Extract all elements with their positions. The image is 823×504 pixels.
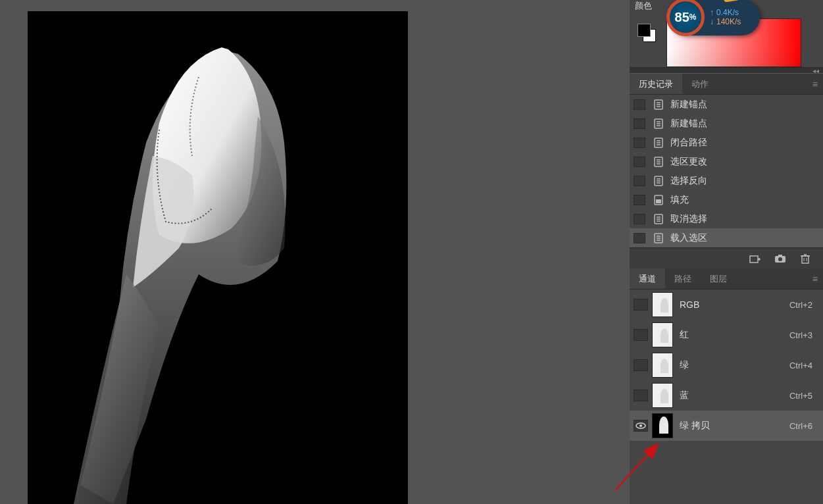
new-snapshot-icon[interactable] xyxy=(749,253,761,264)
canvas[interactable] xyxy=(28,11,408,504)
channel-label: 蓝 xyxy=(680,390,689,401)
visibility-toggle[interactable] xyxy=(634,420,648,432)
camera-icon[interactable] xyxy=(774,253,786,264)
channel-thumbnail xyxy=(652,413,673,438)
svg-rect-21 xyxy=(656,199,661,203)
channel-thumbnail xyxy=(652,322,673,347)
canvas-content xyxy=(28,11,408,504)
upload-speed: 0.4K/s xyxy=(710,8,741,17)
svg-point-34 xyxy=(778,257,782,261)
history-item-label: 载入选区 xyxy=(670,232,707,244)
channel-shortcut: Ctrl+2 xyxy=(789,300,812,310)
document-icon xyxy=(653,214,664,224)
history-panel: 历史记录 动作 ≡ 新建锚点 新建锚点 闭合路径 xyxy=(630,74,823,268)
visibility-toggle[interactable] xyxy=(634,329,648,341)
channel-thumbnail xyxy=(652,383,673,408)
channel-label: 绿 拷贝 xyxy=(680,420,710,432)
document-icon xyxy=(653,157,664,167)
svg-rect-36 xyxy=(802,256,809,263)
download-speed: 140K/s xyxy=(710,17,741,26)
channel-shortcut: Ctrl+5 xyxy=(789,391,812,401)
history-toggle[interactable] xyxy=(634,233,645,243)
svg-rect-30 xyxy=(750,256,758,263)
history-item[interactable]: 选区更改 xyxy=(630,152,823,171)
channel-thumbnail xyxy=(652,353,673,378)
channel-label: 绿 xyxy=(680,359,689,371)
speed-percent-circle: 85% xyxy=(666,0,705,36)
panel-collapse-bar[interactable]: ◂◂ xyxy=(630,67,823,74)
visibility-toggle[interactable] xyxy=(634,390,648,401)
history-item[interactable]: 取消选择 xyxy=(630,209,823,228)
history-item-label: 新建锚点 xyxy=(670,99,707,111)
history-item-label: 取消选择 xyxy=(670,213,707,225)
foreground-color-swatch[interactable] xyxy=(637,24,651,37)
channel-item-green[interactable]: 绿 Ctrl+4 xyxy=(630,350,823,380)
channel-item-green-copy[interactable]: 绿 拷贝 Ctrl+6 xyxy=(630,411,823,441)
fill-icon xyxy=(653,195,664,205)
document-icon xyxy=(653,118,664,129)
channel-label: 红 xyxy=(680,329,689,341)
tab-paths[interactable]: 路径 xyxy=(665,268,701,289)
history-panel-footer xyxy=(630,247,823,268)
document-icon xyxy=(653,138,664,148)
channel-item-rgb[interactable]: RGB Ctrl+2 xyxy=(630,290,823,320)
channel-label: RGB xyxy=(680,299,699,310)
document-icon xyxy=(653,99,664,110)
history-item[interactable]: 新建锚点 xyxy=(630,114,823,133)
vip-badge: VIP xyxy=(724,0,739,3)
right-panel-stack: 颜色 VIP 85% 0.4K/s 140K/s ◂◂ 历史记录 动作 ≡ xyxy=(630,0,823,504)
history-toggle[interactable] xyxy=(634,195,645,205)
channel-list: RGB Ctrl+2 红 Ctrl+3 绿 Ctrl+4 蓝 Ctrl+5 xyxy=(630,290,823,441)
color-swatches[interactable] xyxy=(637,24,656,42)
document-icon xyxy=(653,176,664,186)
tab-channels[interactable]: 通道 xyxy=(630,268,665,289)
history-toggle[interactable] xyxy=(634,157,645,167)
history-item[interactable]: 填充 xyxy=(630,190,823,209)
visibility-toggle[interactable] xyxy=(634,299,648,311)
history-item[interactable]: 载入选区 xyxy=(630,228,823,247)
channel-item-blue[interactable]: 蓝 Ctrl+5 xyxy=(630,380,823,411)
tab-actions[interactable]: 动作 xyxy=(682,74,718,94)
channel-shortcut: Ctrl+4 xyxy=(789,361,812,370)
channels-panel: 通道 路径 图层 ≡ RGB Ctrl+2 红 Ctrl+3 绿 Ct xyxy=(630,268,823,504)
history-toggle[interactable] xyxy=(634,138,645,148)
history-toggle[interactable] xyxy=(634,176,645,186)
panel-menu-icon[interactable]: ≡ xyxy=(807,74,823,94)
history-item-label: 填充 xyxy=(670,194,689,206)
history-item[interactable]: 选择反向 xyxy=(630,171,823,190)
panel-menu-icon[interactable]: ≡ xyxy=(807,268,823,289)
svg-rect-35 xyxy=(778,255,782,257)
history-tabs: 历史记录 动作 ≡ xyxy=(630,74,823,95)
history-item[interactable]: 闭合路径 xyxy=(630,133,823,152)
history-item-label: 选择反向 xyxy=(670,175,707,187)
history-toggle[interactable] xyxy=(634,214,645,224)
history-list: 新建锚点 新建锚点 闭合路径 选区更改 选择反向 xyxy=(630,95,823,247)
history-item-label: 闭合路径 xyxy=(670,137,707,149)
speed-percent-value: 85 xyxy=(675,10,689,25)
eye-icon xyxy=(635,422,647,430)
history-toggle[interactable] xyxy=(634,99,645,110)
speed-percent-suffix: % xyxy=(689,13,697,22)
channel-shortcut: Ctrl+6 xyxy=(789,421,812,431)
history-toggle[interactable] xyxy=(634,118,645,129)
channel-item-red[interactable]: 红 Ctrl+3 xyxy=(630,320,823,350)
tab-history[interactable]: 历史记录 xyxy=(630,74,682,94)
svg-point-42 xyxy=(639,424,642,427)
visibility-toggle[interactable] xyxy=(634,359,648,371)
channels-tabs: 通道 路径 图层 ≡ xyxy=(630,268,823,290)
document-icon xyxy=(653,233,664,243)
color-panel: 颜色 VIP 85% 0.4K/s 140K/s xyxy=(630,0,823,67)
history-item[interactable]: 新建锚点 xyxy=(630,95,823,114)
trash-icon[interactable] xyxy=(799,253,811,264)
channel-thumbnail xyxy=(652,292,673,317)
speed-readout: 0.4K/s 140K/s xyxy=(710,8,741,26)
network-speed-widget[interactable]: VIP 85% 0.4K/s 140K/s xyxy=(668,0,760,36)
tab-layers[interactable]: 图层 xyxy=(701,268,736,289)
history-item-label: 新建锚点 xyxy=(670,118,707,130)
history-item-label: 选区更改 xyxy=(670,156,707,168)
color-panel-title: 颜色 xyxy=(635,0,652,12)
channel-shortcut: Ctrl+3 xyxy=(789,330,812,340)
